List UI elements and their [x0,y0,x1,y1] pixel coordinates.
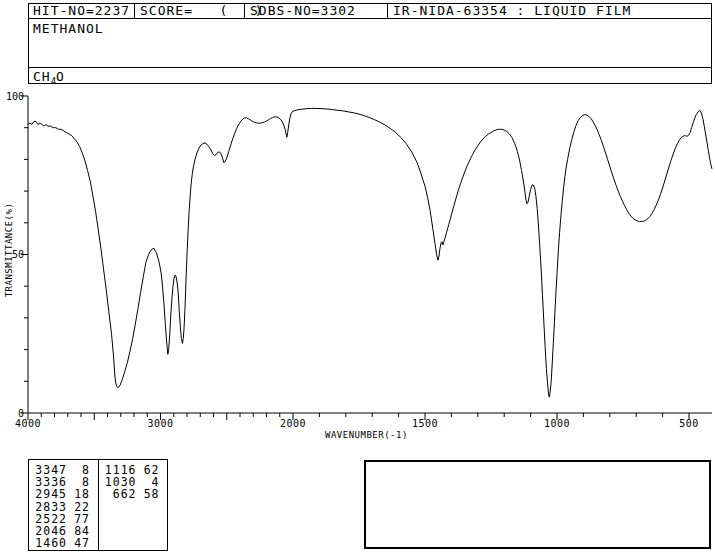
peak-wavenumber: 662 [99,488,137,500]
peak-table: 3347833368294518283322252277204684146047… [28,459,168,551]
x-tick-label: 4000 [15,418,41,429]
x-tick-label: 1500 [412,418,438,429]
empty-info-box [364,460,711,549]
x-axis-title: WAVENUMBER(-1) [325,430,408,440]
peak-transmittance: 22 [67,501,90,513]
y-axis-title: TRANSMITTANCE(%) [4,189,14,311]
peak-row: 66258 [99,488,168,500]
peak-wavenumber: 2945 [29,488,67,500]
x-tick-label: 3000 [147,418,173,429]
x-tick-label: 500 [679,418,699,429]
sdbs-ir-spectrum-page: HIT-NO=2237 SCORE= ( ) SDBS-NO=3302 IR-N… [0,0,715,553]
x-tick-label: 2000 [280,418,306,429]
peak-transmittance: 58 [137,488,160,500]
spectrum-curve [28,108,712,397]
peak-wavenumber: 2833 [29,501,67,513]
axes [28,96,712,413]
peak-transmittance: 47 [67,537,90,549]
peak-row: 294518 [29,488,98,500]
y-tick-label: 0 [18,408,24,419]
peak-table-column-1: 3347833368294518283322252277204684146047 [29,460,98,550]
y-tick-label: 100 [6,91,24,102]
peak-row: 283322 [29,501,98,513]
peak-table-column-2: 1116621030466258 [98,460,168,550]
peak-wavenumber: 1460 [29,537,67,549]
peak-transmittance: 18 [67,488,90,500]
x-tick-label: 1000 [544,418,570,429]
peak-row: 146047 [29,537,98,549]
